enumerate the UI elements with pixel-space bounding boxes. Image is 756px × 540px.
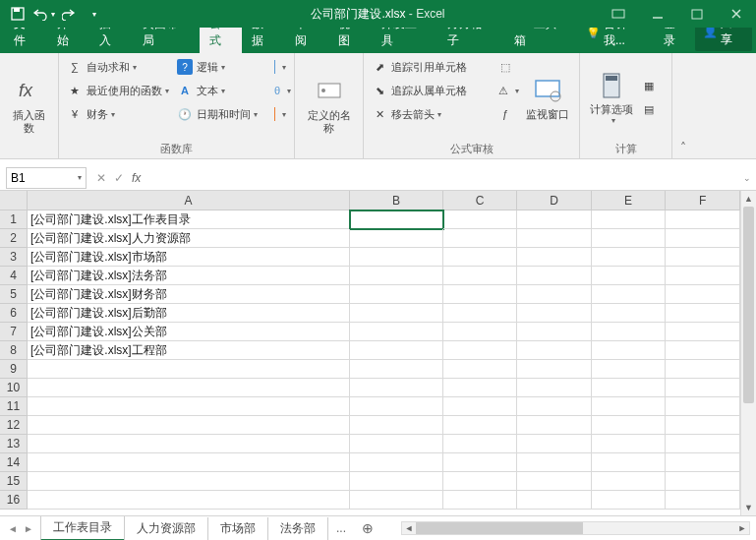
- cell[interactable]: [350, 435, 442, 453]
- cell[interactable]: [28, 397, 350, 416]
- cell[interactable]: [443, 453, 518, 472]
- cell[interactable]: [666, 472, 740, 491]
- cell[interactable]: [28, 491, 350, 510]
- cell[interactable]: [592, 323, 667, 341]
- row-header[interactable]: 8: [0, 341, 28, 360]
- cell[interactable]: [350, 491, 442, 510]
- trace-precedents-button[interactable]: ⬈追踪引用单元格: [368, 55, 494, 79]
- cell[interactable]: [350, 472, 442, 491]
- cell[interactable]: [443, 229, 518, 248]
- cell[interactable]: [666, 304, 740, 323]
- cell[interactable]: [443, 304, 518, 323]
- cell[interactable]: [517, 360, 592, 379]
- cell[interactable]: [443, 416, 518, 435]
- save-icon[interactable]: [6, 2, 29, 26]
- cell[interactable]: [592, 248, 667, 267]
- recent-functions-button[interactable]: ★最近使用的函数▾: [63, 79, 173, 102]
- cell[interactable]: [666, 285, 740, 304]
- cell[interactable]: [592, 379, 667, 397]
- cell[interactable]: [592, 229, 667, 248]
- text-button[interactable]: A文本▾: [173, 79, 270, 102]
- cell[interactable]: [28, 435, 350, 453]
- cell[interactable]: [666, 453, 740, 472]
- defined-names-button[interactable]: 定义的名称: [299, 55, 359, 154]
- collapse-ribbon-icon[interactable]: ˄: [672, 53, 694, 158]
- cell[interactable]: [592, 416, 667, 435]
- cell[interactable]: [公司部门建设.xlsx]公关部: [28, 323, 350, 341]
- watch-window-button[interactable]: 监视窗口: [520, 55, 575, 140]
- accept-formula-icon[interactable]: ✓: [114, 171, 124, 185]
- row-headers[interactable]: 12345678910111213141516: [0, 210, 28, 510]
- row-header[interactable]: 4: [0, 267, 28, 285]
- cell[interactable]: [666, 491, 740, 510]
- column-header[interactable]: E: [592, 191, 667, 210]
- cell[interactable]: [公司部门建设.xlsx]人力资源部: [28, 229, 350, 248]
- cell[interactable]: [517, 304, 592, 323]
- cell[interactable]: [28, 472, 350, 491]
- cell[interactable]: [517, 248, 592, 267]
- cell[interactable]: [592, 285, 667, 304]
- cell[interactable]: [666, 341, 740, 360]
- fx-icon[interactable]: fx: [132, 171, 141, 185]
- cell[interactable]: [443, 210, 518, 229]
- calc-sheet-button[interactable]: ▤: [639, 97, 663, 121]
- row-header[interactable]: 2: [0, 229, 28, 248]
- cell[interactable]: [公司部门建设.xlsx]财务部: [28, 285, 350, 304]
- row-header[interactable]: 1: [0, 210, 28, 229]
- cell[interactable]: [公司部门建设.xlsx]工作表目录: [28, 210, 350, 229]
- cell[interactable]: [517, 210, 592, 229]
- new-sheet-button[interactable]: ⊕: [354, 520, 381, 536]
- lookup-button[interactable]: ▾: [270, 55, 290, 79]
- cell[interactable]: [443, 472, 518, 491]
- scroll-left-icon[interactable]: ◄: [402, 522, 416, 534]
- row-header[interactable]: 14: [0, 453, 28, 472]
- cell[interactable]: [350, 304, 442, 323]
- cell[interactable]: [517, 435, 592, 453]
- cell[interactable]: [666, 267, 740, 285]
- math-button[interactable]: θ▾: [270, 79, 290, 102]
- trace-dependents-button[interactable]: ⬊追踪从属单元格: [368, 79, 494, 102]
- cell[interactable]: [517, 285, 592, 304]
- cell[interactable]: [350, 267, 442, 285]
- cell[interactable]: [443, 491, 518, 510]
- row-header[interactable]: 15: [0, 472, 28, 491]
- cell[interactable]: [517, 323, 592, 341]
- cell[interactable]: [517, 397, 592, 416]
- cell[interactable]: [517, 341, 592, 360]
- expand-formula-bar-icon[interactable]: ⌄: [738, 173, 756, 183]
- cell[interactable]: [350, 229, 442, 248]
- cell[interactable]: [350, 397, 442, 416]
- name-box[interactable]: B1▾: [6, 167, 87, 189]
- cell[interactable]: [666, 379, 740, 397]
- more-functions-button[interactable]: ▾: [270, 102, 290, 126]
- row-header[interactable]: 13: [0, 435, 28, 453]
- cell[interactable]: [443, 379, 518, 397]
- logical-button[interactable]: ?逻辑▾: [173, 55, 270, 79]
- cell[interactable]: [666, 210, 740, 229]
- datetime-button[interactable]: 🕐日期和时间▾: [173, 102, 270, 126]
- sheet-nav-prev-icon[interactable]: ◄: [6, 523, 20, 534]
- row-header[interactable]: 5: [0, 285, 28, 304]
- evaluate-formula-button[interactable]: ƒ: [494, 102, 520, 126]
- cell[interactable]: [443, 323, 518, 341]
- qat-customize-icon[interactable]: ▾: [83, 2, 106, 26]
- scroll-thumb[interactable]: [743, 207, 754, 403]
- row-header[interactable]: 3: [0, 248, 28, 267]
- scroll-up-icon[interactable]: ▲: [741, 191, 756, 207]
- cell[interactable]: [666, 248, 740, 267]
- cell[interactable]: [443, 397, 518, 416]
- column-header[interactable]: B: [350, 191, 442, 210]
- cell[interactable]: [592, 267, 667, 285]
- sheet-more[interactable]: ...: [328, 518, 354, 538]
- cell[interactable]: [443, 248, 518, 267]
- cell[interactable]: [28, 453, 350, 472]
- row-header[interactable]: 16: [0, 491, 28, 510]
- ribbon-options-icon[interactable]: [599, 0, 638, 28]
- cell[interactable]: [592, 360, 667, 379]
- cell[interactable]: [666, 397, 740, 416]
- cell[interactable]: [592, 341, 667, 360]
- remove-arrows-button[interactable]: ✕移去箭头▾: [368, 102, 494, 126]
- sheet-tab[interactable]: 市场部: [207, 517, 268, 540]
- cell[interactable]: [28, 416, 350, 435]
- cell[interactable]: [592, 304, 667, 323]
